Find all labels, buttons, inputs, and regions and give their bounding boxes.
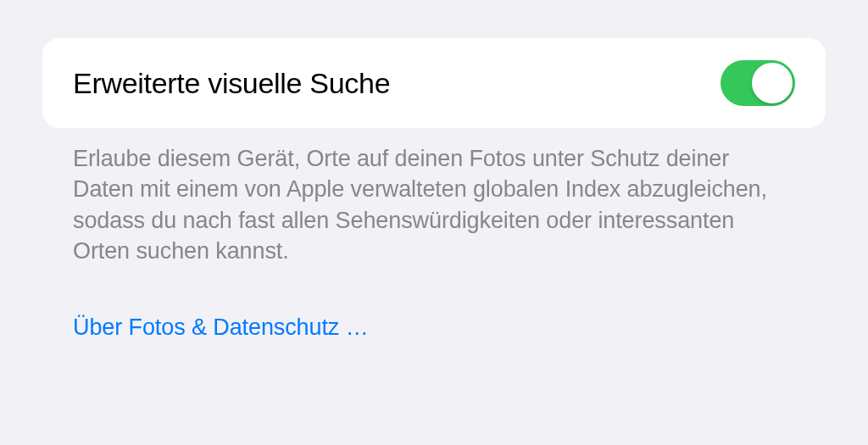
toggle-knob xyxy=(752,63,793,103)
setting-title: Erweiterte visuelle Suche xyxy=(73,67,390,100)
privacy-link[interactable]: Über Fotos & Datenschutz … xyxy=(42,267,826,341)
setting-description: Erlaube diesem Gerät, Orte auf deinen Fo… xyxy=(42,128,826,267)
toggle-visual-search[interactable] xyxy=(721,60,795,106)
setting-row-visual-search: Erweiterte visuelle Suche xyxy=(42,38,826,128)
